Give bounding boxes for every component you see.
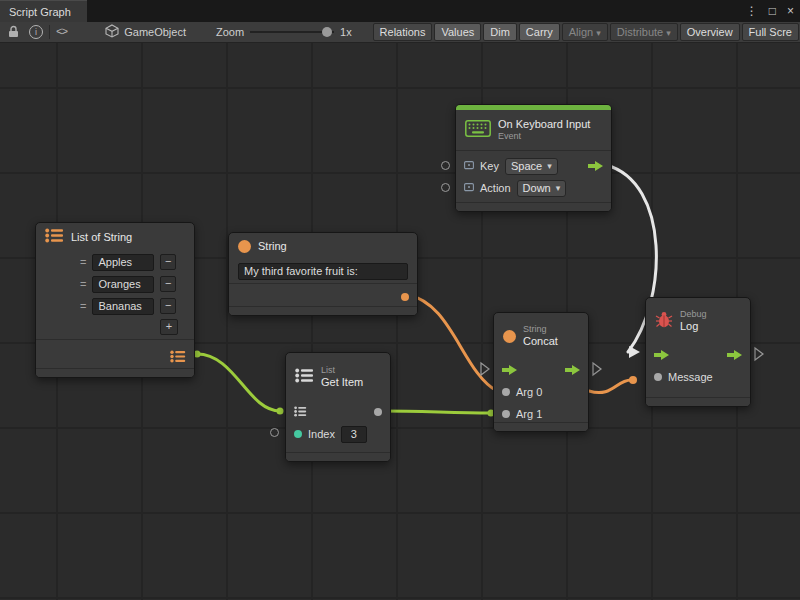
node-list-of-string[interactable]: List of String = Apples − = Oranges − = … bbox=[35, 222, 195, 378]
window-menu-icon[interactable]: ⋮ bbox=[746, 4, 758, 18]
remove-item-button[interactable]: − bbox=[160, 276, 176, 292]
dim-button[interactable]: Dim bbox=[483, 23, 517, 41]
keyboard-icon bbox=[465, 120, 491, 141]
control-output-port[interactable] bbox=[588, 161, 603, 171]
item-output-port[interactable] bbox=[374, 408, 382, 416]
node-title: String bbox=[258, 240, 287, 252]
node-title: Get Item bbox=[321, 376, 363, 390]
distribute-button: Distribute▾ bbox=[610, 23, 678, 41]
chevron-down-icon: ▾ bbox=[666, 28, 671, 38]
arg0-label: Arg 0 bbox=[516, 386, 542, 398]
zoom-slider-knob[interactable] bbox=[322, 27, 332, 37]
bug-icon bbox=[655, 311, 673, 332]
add-item-button[interactable]: + bbox=[160, 319, 178, 335]
maximize-icon[interactable]: □ bbox=[769, 4, 776, 18]
node-string-literal[interactable]: String My third favorite fruit is: bbox=[228, 232, 418, 316]
action-label: Action bbox=[480, 182, 511, 194]
node-concat[interactable]: String Concat Arg 0 Arg 1 bbox=[493, 312, 589, 432]
key-dropdown[interactable]: Space ▾ bbox=[505, 158, 558, 175]
message-input-port[interactable] bbox=[654, 373, 662, 381]
control-output-port[interactable] bbox=[565, 365, 580, 375]
arg1-label: Arg 1 bbox=[516, 408, 542, 420]
arg0-input-port[interactable] bbox=[502, 388, 510, 396]
keycode-type-icon bbox=[464, 182, 474, 194]
list-input-port[interactable] bbox=[294, 406, 307, 419]
node-title: Concat bbox=[523, 335, 558, 349]
drag-handle-icon[interactable]: = bbox=[80, 278, 86, 290]
node-footer bbox=[36, 368, 194, 377]
list-item-row: = Apples − bbox=[36, 251, 194, 273]
node-footer bbox=[494, 422, 588, 431]
window-tab-bar: Script Graph ⋮ □ × bbox=[0, 0, 800, 22]
string-type-icon bbox=[238, 240, 251, 253]
drag-handle-icon[interactable]: = bbox=[80, 256, 86, 268]
key-input-port[interactable] bbox=[441, 161, 450, 170]
node-category: Debug bbox=[680, 309, 707, 320]
overview-button[interactable]: Overview bbox=[680, 23, 740, 41]
index-external-port[interactable] bbox=[270, 428, 279, 437]
string-output-port[interactable] bbox=[401, 293, 409, 301]
align-button: Align▾ bbox=[562, 23, 608, 41]
list-icon bbox=[295, 368, 314, 387]
list-output-port[interactable] bbox=[170, 349, 186, 367]
lock-icon[interactable] bbox=[8, 25, 19, 40]
drag-handle-icon[interactable]: = bbox=[80, 300, 86, 312]
values-button[interactable]: Values bbox=[434, 23, 481, 41]
string-type-icon bbox=[503, 330, 516, 343]
node-footer bbox=[229, 306, 417, 315]
node-subtitle: Event bbox=[498, 131, 590, 142]
zoom-label: Zoom bbox=[216, 26, 244, 38]
list-item-row: = Oranges − bbox=[36, 273, 194, 295]
index-input-port[interactable] bbox=[294, 430, 302, 438]
zoom-value: 1x bbox=[340, 26, 352, 38]
chevron-down-icon: ▾ bbox=[547, 161, 552, 171]
node-title: List of String bbox=[71, 231, 132, 243]
window-controls: ⋮ □ × bbox=[746, 0, 794, 22]
key-label: Key bbox=[480, 160, 499, 172]
event-accent-bar bbox=[456, 105, 611, 110]
gameobject-icon bbox=[105, 24, 119, 40]
fullscreen-button[interactable]: Full Scre bbox=[742, 23, 799, 41]
node-on-keyboard-input[interactable]: On Keyboard Input Event Key Space ▾ Acti… bbox=[455, 104, 612, 212]
node-category: String bbox=[523, 324, 558, 335]
gameobject-label[interactable]: GameObject bbox=[124, 26, 186, 38]
list-item-field[interactable]: Bananas bbox=[92, 298, 154, 315]
node-footer bbox=[456, 202, 611, 211]
action-input-port[interactable] bbox=[441, 183, 450, 192]
list-icon bbox=[45, 228, 64, 247]
remove-item-button[interactable]: − bbox=[160, 298, 176, 314]
action-dropdown[interactable]: Down ▾ bbox=[517, 180, 567, 197]
info-icon[interactable]: i bbox=[29, 25, 43, 39]
graph-toolbar: i <> GameObject Zoom 1x Relations Values… bbox=[0, 22, 800, 43]
arg1-input-port[interactable] bbox=[502, 410, 510, 418]
node-category: List bbox=[321, 365, 363, 376]
remove-item-button[interactable]: − bbox=[160, 254, 176, 270]
node-debug-log[interactable]: Debug Log Message bbox=[645, 297, 751, 407]
message-label: Message bbox=[668, 371, 713, 383]
node-footer bbox=[286, 452, 390, 461]
tab-title: Script Graph bbox=[9, 6, 71, 18]
control-input-port[interactable] bbox=[654, 350, 669, 360]
tab-script-graph[interactable]: Script Graph bbox=[0, 0, 87, 23]
list-item-field[interactable]: Apples bbox=[92, 254, 154, 271]
node-title: On Keyboard Input bbox=[498, 118, 590, 132]
list-item-field[interactable]: Oranges bbox=[92, 276, 154, 293]
toolbar-separator bbox=[49, 25, 50, 39]
node-footer bbox=[646, 397, 750, 406]
zoom-slider[interactable] bbox=[250, 31, 334, 33]
chevron-down-icon: ▾ bbox=[556, 183, 561, 193]
carry-button[interactable]: Carry bbox=[519, 23, 560, 41]
control-input-port[interactable] bbox=[502, 365, 517, 375]
relations-button[interactable]: Relations bbox=[373, 23, 433, 41]
index-field[interactable]: 3 bbox=[341, 426, 367, 443]
close-icon[interactable]: × bbox=[787, 4, 794, 18]
chevron-down-icon: ▾ bbox=[596, 28, 601, 38]
code-view-icon[interactable]: <> bbox=[56, 26, 67, 38]
node-title: Log bbox=[680, 320, 707, 334]
string-value-field[interactable]: My third favorite fruit is: bbox=[238, 263, 408, 280]
control-output-port[interactable] bbox=[727, 350, 742, 360]
list-item-row: = Bananas + − bbox=[36, 295, 194, 317]
index-label: Index bbox=[308, 428, 335, 440]
node-get-item[interactable]: List Get Item Index 3 bbox=[285, 352, 391, 462]
keycode-type-icon bbox=[464, 160, 474, 172]
